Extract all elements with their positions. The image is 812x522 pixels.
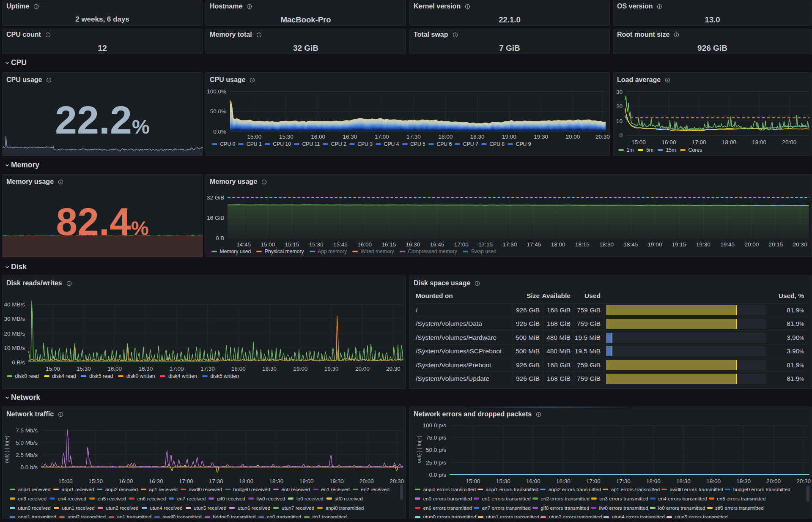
svg-text:19:30: 19:30 [329, 478, 344, 484]
svg-text:18:00: 18:00 [646, 478, 661, 484]
svg-text:18:00: 18:00 [722, 139, 736, 145]
svg-text:20:30: 20:30 [595, 134, 610, 140]
svg-text:19:30: 19:30 [324, 366, 339, 372]
svg-text:17:00: 17:00 [586, 478, 601, 484]
svg-text:16:00: 16:00 [526, 478, 540, 484]
svg-text:40 MB/s: 40 MB/s [4, 301, 25, 308]
svg-text:19:00: 19:00 [752, 139, 766, 145]
svg-text:18:30: 18:30 [262, 366, 277, 372]
svg-text:16:30: 16:30 [139, 366, 153, 372]
svg-text:16:30: 16:30 [556, 478, 571, 484]
svg-text:7.5 Mb/s: 7.5 Mb/s [16, 427, 38, 434]
svg-text:100.0 p/s: 100.0 p/s [422, 422, 446, 429]
svg-text:16:00: 16:00 [107, 366, 122, 372]
svg-text:out(-) | in(+): out(-) | in(+) [416, 435, 422, 463]
svg-text:15:30: 15:30 [496, 478, 510, 484]
svg-text:0 B: 0 B [216, 235, 224, 241]
svg-text:16:00: 16:00 [119, 478, 133, 484]
svg-text:17:00: 17:00 [170, 366, 184, 372]
svg-text:18:00: 18:00 [231, 366, 246, 372]
svg-text:15:00: 15:00 [466, 478, 480, 484]
svg-text:0.0%: 0.0% [213, 128, 226, 135]
svg-text:20:00: 20:00 [355, 366, 370, 372]
svg-text:16 GiB: 16 GiB [207, 215, 224, 221]
svg-text:20: 20 [616, 103, 623, 109]
svg-text:19:00: 19:00 [294, 366, 308, 372]
svg-text:75.0 p/s: 75.0 p/s [426, 435, 446, 441]
svg-text:0: 0 [619, 132, 623, 139]
svg-text:17:30: 17:30 [200, 366, 215, 372]
svg-text:25.0 p/s: 25.0 p/s [426, 459, 446, 466]
svg-text:15:00: 15:00 [247, 134, 262, 140]
svg-text:19:00: 19:00 [299, 478, 314, 484]
svg-text:50.0%: 50.0% [210, 108, 226, 115]
svg-text:100.0%: 100.0% [207, 88, 226, 95]
svg-text:18:00: 18:00 [239, 478, 253, 484]
svg-text:0 B/s: 0 B/s [12, 359, 25, 366]
svg-text:16:00: 16:00 [661, 139, 676, 145]
svg-text:20:30: 20:30 [796, 478, 811, 484]
svg-text:17:00: 17:00 [375, 134, 389, 140]
svg-text:17:30: 17:30 [406, 134, 421, 140]
svg-text:10: 10 [616, 118, 623, 124]
svg-text:out(-) | in(+): out(-) | in(+) [4, 435, 10, 463]
svg-text:15:30: 15:30 [279, 134, 294, 140]
svg-text:19:00: 19:00 [706, 478, 721, 484]
svg-text:17:00: 17:00 [179, 478, 193, 484]
svg-text:18:30: 18:30 [470, 134, 485, 140]
svg-text:10 MB/s: 10 MB/s [4, 345, 25, 351]
svg-text:15:00: 15:00 [631, 139, 646, 145]
svg-text:20:00: 20:00 [359, 478, 374, 484]
svg-text:20:00: 20:00 [766, 478, 781, 484]
svg-text:19:30: 19:30 [736, 478, 751, 484]
svg-text:30 MB/s: 30 MB/s [4, 316, 25, 322]
svg-text:15:00: 15:00 [58, 478, 73, 484]
svg-text:50.0 p/s: 50.0 p/s [426, 447, 446, 453]
svg-text:20:00: 20:00 [566, 134, 580, 140]
svg-text:20 MB/s: 20 MB/s [4, 331, 25, 337]
svg-text:20:30: 20:30 [386, 366, 401, 372]
svg-text:15:30: 15:30 [88, 478, 103, 484]
svg-text:17:30: 17:30 [209, 478, 223, 484]
svg-text:0.0 b/s: 0.0 b/s [20, 464, 38, 470]
svg-text:32 GiB: 32 GiB [207, 194, 224, 201]
svg-text:15:00: 15:00 [46, 366, 60, 372]
svg-text:30: 30 [616, 89, 623, 95]
svg-text:18:00: 18:00 [438, 134, 453, 140]
svg-text:0.0 p/s: 0.0 p/s [429, 472, 446, 478]
svg-text:15:30: 15:30 [77, 366, 91, 372]
svg-text:18:30: 18:30 [676, 478, 691, 484]
svg-text:5.0 Mb/s: 5.0 Mb/s [16, 440, 38, 446]
svg-text:20:30: 20:30 [390, 478, 404, 484]
svg-text:16:30: 16:30 [149, 478, 163, 484]
svg-text:16:30: 16:30 [343, 134, 357, 140]
svg-text:17:00: 17:00 [692, 139, 706, 145]
svg-text:16:00: 16:00 [311, 134, 325, 140]
svg-text:19:30: 19:30 [534, 134, 548, 140]
svg-text:18:30: 18:30 [269, 478, 284, 484]
svg-text:20:00: 20:00 [782, 139, 797, 145]
svg-text:19:00: 19:00 [502, 134, 516, 140]
svg-text:17:30: 17:30 [616, 478, 631, 484]
svg-text:2.5 Mb/s: 2.5 Mb/s [16, 452, 38, 458]
